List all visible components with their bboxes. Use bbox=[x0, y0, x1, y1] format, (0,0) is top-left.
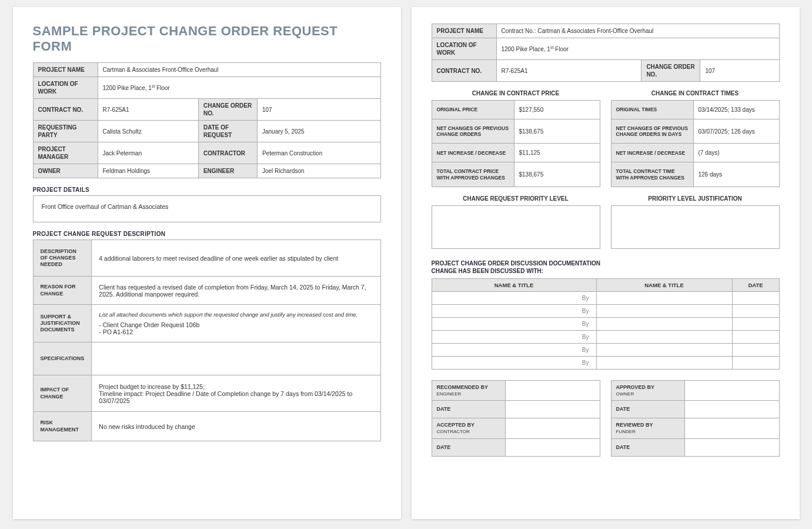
sig-recommended bbox=[505, 380, 600, 401]
val-location: 1200 Pike Place, 1st Floor bbox=[98, 77, 380, 99]
val-location-p2: 1200 Pike Place, 1st Floor bbox=[496, 38, 779, 60]
label-original-price: ORIGINAL PRICE bbox=[432, 101, 514, 119]
label-impact: IMPACT OF CHANGE bbox=[33, 375, 92, 412]
val-support-docs: List all attached documents which suppor… bbox=[92, 305, 380, 342]
val-total-time: 126 days bbox=[693, 162, 779, 187]
val-desc-changes: 4 additional laborers to meet revised de… bbox=[92, 240, 380, 277]
val-net-changes-time: 03/07/2025; 126 days bbox=[693, 119, 779, 144]
val-owner: Feldman Holdings bbox=[98, 164, 198, 178]
col-name-title-2: NAME & TITLE bbox=[596, 278, 732, 291]
page-1: SAMPLE PROJECT CHANGE ORDER REQUEST FORM… bbox=[13, 7, 401, 519]
discuss-cell bbox=[596, 291, 732, 304]
header-table-p2: PROJECT NAME Contract No.: Cartman & Ass… bbox=[432, 24, 780, 82]
description-table: DESCRIPTION OF CHANGES NEEDED 4 addition… bbox=[33, 239, 381, 441]
label-accepted-by: ACCEPTED BYCONTRACTOR bbox=[432, 418, 505, 439]
discuss-cell bbox=[596, 343, 732, 356]
discussion-table: NAME & TITLE NAME & TITLE DATE By By By … bbox=[432, 278, 780, 370]
form-title: SAMPLE PROJECT CHANGE ORDER REQUEST FORM bbox=[33, 24, 381, 54]
val-contractor: Peterman Construction bbox=[257, 142, 380, 164]
val-impact: Project budget to increase by $11,125; T… bbox=[92, 375, 380, 412]
discuss-cell bbox=[596, 317, 732, 330]
label-net-increase-time: NET INCREASE / DECREASE bbox=[611, 144, 693, 162]
label-risk: RISK MANAGEMENT bbox=[33, 412, 92, 441]
label-specifications: SPECIFICATIONS bbox=[33, 342, 92, 375]
label-approved-date: DATE bbox=[611, 401, 684, 418]
page-2: PROJECT NAME Contract No.: Cartman & Ass… bbox=[412, 7, 800, 519]
val-contract-no-p2: R7-625A1 bbox=[496, 60, 641, 82]
discuss-cell bbox=[596, 330, 732, 343]
discussion-heading: PROJECT CHANGE ORDER DISCUSSION DOCUMENT… bbox=[432, 259, 780, 275]
priority-justification-box bbox=[611, 205, 780, 249]
discuss-row-by: By bbox=[432, 317, 596, 330]
discuss-cell bbox=[596, 304, 732, 317]
label-engineer: ENGINEER bbox=[198, 164, 257, 178]
val-net-increase-time: (7 days) bbox=[693, 144, 779, 162]
val-project-name: Cartman & Associates Front-Office Overha… bbox=[98, 63, 380, 77]
time-table: ORIGINAL TIMES03/14/2025; 133 days NET C… bbox=[611, 100, 780, 187]
val-total-price: $138,675 bbox=[514, 162, 600, 187]
val-project-name-p2: Contract No.: Cartman & Associates Front… bbox=[496, 24, 779, 38]
label-original-times: ORIGINAL TIMES bbox=[611, 101, 693, 119]
discuss-date bbox=[732, 330, 779, 343]
val-original-times: 03/14/2025; 133 days bbox=[693, 101, 779, 119]
sig-accepted bbox=[505, 418, 600, 439]
label-reviewed-by: REVIEWED BYFUNDER bbox=[611, 418, 684, 439]
section-project-details: PROJECT DETAILS bbox=[33, 187, 381, 193]
label-net-increase-price: NET INCREASE / DECREASE bbox=[432, 144, 514, 162]
sig-reviewed bbox=[684, 418, 779, 439]
val-contract-no: R7-625A1 bbox=[98, 99, 198, 121]
sig-recommended-date bbox=[505, 401, 600, 418]
discuss-cell bbox=[596, 356, 732, 369]
label-location: LOCATION OF WORK bbox=[33, 77, 98, 99]
label-recommended-date: DATE bbox=[432, 401, 505, 418]
discuss-date bbox=[732, 317, 779, 330]
val-reason: Client has requested a revised date of c… bbox=[92, 277, 380, 305]
label-project-manager: PROJECT MANAGER bbox=[33, 142, 98, 164]
label-contract-no: CONTRACT NO. bbox=[33, 99, 98, 121]
val-change-order-no: 107 bbox=[257, 99, 380, 121]
label-reviewed-date: DATE bbox=[611, 438, 684, 456]
discuss-date bbox=[732, 304, 779, 317]
label-project-name-p2: PROJECT NAME bbox=[432, 24, 496, 38]
priority-level-title: CHANGE REQUEST PRIORITY LEVEL bbox=[432, 195, 600, 202]
val-net-changes-price: $138,675 bbox=[514, 119, 600, 144]
val-date-of-request: January 5, 2025 bbox=[257, 121, 380, 142]
label-change-order-no: CHANGE ORDER NO. bbox=[198, 99, 257, 121]
price-title: CHANGE IN CONTRACT PRICE bbox=[432, 90, 600, 97]
discuss-row-by: By bbox=[432, 304, 596, 317]
label-contractor: CONTRACTOR bbox=[198, 142, 257, 164]
label-accepted-date: DATE bbox=[432, 438, 505, 456]
col-name-title-1: NAME & TITLE bbox=[432, 278, 596, 291]
label-net-changes-price: NET CHANGES OF PREVIOUS CHANGE ORDERS bbox=[432, 119, 514, 144]
val-project-manager: Jack Peterman bbox=[98, 142, 198, 164]
discuss-row-by: By bbox=[432, 356, 596, 369]
val-original-price: $127,550 bbox=[514, 101, 600, 119]
sig-table-right: APPROVED BYOWNER DATE REVIEWED BYFUNDER … bbox=[611, 380, 780, 457]
sig-accepted-date bbox=[505, 438, 600, 456]
discuss-row-by: By bbox=[432, 330, 596, 343]
label-owner: OWNER bbox=[33, 164, 98, 178]
label-location-p2: LOCATION OF WORK bbox=[432, 38, 496, 60]
time-title: CHANGE IN CONTRACT TIMES bbox=[611, 90, 780, 97]
discuss-date bbox=[732, 343, 779, 356]
priority-justification-title: PRIORITY LEVEL JUSTIFICATION bbox=[611, 195, 780, 202]
section-pcrd: PROJECT CHANGE REQUEST DESCRIPTION bbox=[33, 231, 381, 237]
label-total-price: TOTAL CONTRACT PRICE WITH APPROVED CHANG… bbox=[432, 162, 514, 187]
sig-approved-date bbox=[684, 401, 779, 418]
val-change-order-no-p2: 107 bbox=[700, 60, 779, 82]
label-reason: REASON FOR CHANGE bbox=[33, 277, 92, 305]
discuss-date bbox=[732, 291, 779, 304]
val-specifications bbox=[92, 342, 380, 375]
label-date-of-request: DATE OF REQUEST bbox=[198, 121, 257, 142]
label-recommended-by: RECOMMENDED BYENGINEER bbox=[432, 380, 505, 401]
sig-approved bbox=[684, 380, 779, 401]
price-table: ORIGINAL PRICE$127,550 NET CHANGES OF PR… bbox=[432, 100, 600, 187]
label-project-name: PROJECT NAME bbox=[33, 63, 98, 77]
val-risk: No new risks introduced by change bbox=[92, 412, 380, 441]
sig-reviewed-date bbox=[684, 438, 779, 456]
label-net-changes-time: NET CHANGES OF PREVIOUS CHANGE ORDERS IN… bbox=[611, 119, 693, 144]
discuss-row-by: By bbox=[432, 291, 596, 304]
label-change-order-no-p2: CHANGE ORDER NO. bbox=[641, 60, 700, 82]
val-net-increase-price: $11,125 bbox=[514, 144, 600, 162]
label-total-time: TOTAL CONTRACT TIME WITH APPROVED CHANGE… bbox=[611, 162, 693, 187]
